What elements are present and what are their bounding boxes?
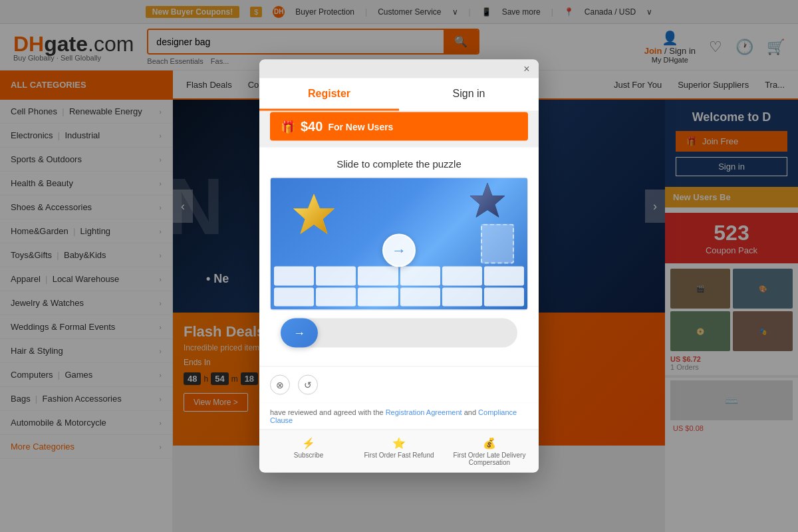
register-tab-label: Register	[308, 88, 350, 99]
refresh-puzzle-button[interactable]: ↺	[298, 375, 318, 395]
new-users-label: For New Users	[328, 121, 393, 132]
refund-icon: ⭐	[392, 437, 406, 450]
grid-cell-9	[358, 287, 398, 307]
grid-cell-12	[484, 287, 524, 307]
gift-icon: 🎁	[281, 119, 295, 134]
benefit-first-order-refund: ⭐ First Order Fast Refund	[355, 437, 443, 466]
sign-in-tab[interactable]: Sign in	[399, 78, 539, 111]
cancel-puzzle-button[interactable]: ⊗	[270, 375, 290, 395]
grid-cell-7	[274, 287, 314, 307]
grid-cell-1	[274, 267, 314, 286]
benefit-subscribe: ⚡ Subscribe	[265, 437, 352, 466]
puzzle-title: Slide to complete the puzzle	[270, 158, 528, 170]
modal: × Register Sign in 🎁 $40 For New Users S…	[259, 60, 539, 473]
grid-cell-10	[400, 287, 440, 307]
puzzle-image-container: →	[270, 178, 528, 311]
and-text: and	[464, 408, 478, 416]
puzzle-slot	[481, 224, 514, 264]
agreement-pre-text: have reviewed and agreed with the	[270, 408, 386, 416]
slider-track: →	[281, 319, 517, 348]
dark-star-decoration	[467, 182, 507, 221]
slider-arrow-icon: →	[293, 326, 305, 340]
slider-handle[interactable]: →	[281, 319, 318, 348]
agreement-text-section: have reviewed and agreed with the Regist…	[259, 403, 539, 430]
modal-close-button[interactable]: ×	[520, 63, 533, 76]
first-order-refund-label: First Order Fast Refund	[364, 452, 434, 459]
registration-agreement-link[interactable]: Registration Agreement	[386, 408, 462, 416]
refresh-icon: ↺	[304, 380, 312, 390]
puzzle-section: Slide to complete the puzzle	[259, 148, 539, 366]
grid-cell-5	[442, 267, 482, 286]
grid-cell-4	[400, 267, 440, 286]
first-order-late-label: First Order Late Delivery Compersation	[446, 452, 533, 466]
gold-star-decoration	[291, 192, 337, 238]
close-icon: ×	[523, 63, 529, 75]
grid-cell-8	[316, 287, 356, 307]
modal-browser-frame: × Register Sign in 🎁 $40 For New Users S…	[259, 60, 539, 473]
sign-in-tab-label: Sign in	[453, 88, 485, 99]
svg-marker-1	[293, 194, 334, 234]
puzzle-arrow-overlay: →	[382, 233, 416, 267]
svg-marker-3	[470, 184, 505, 217]
action-icons: ⊗ ↺	[259, 366, 539, 403]
benefits-row: ⚡ Subscribe ⭐ First Order Fast Refund 💰 …	[259, 430, 539, 473]
auth-tabs: Register Sign in	[259, 78, 539, 112]
new-users-amount: $40	[301, 119, 323, 134]
grid-cell-11	[442, 287, 482, 307]
subscribe-label: Subscribe	[294, 452, 323, 459]
late-delivery-icon: 💰	[483, 437, 496, 450]
grid-cell-6	[484, 267, 524, 286]
benefit-first-order-late: 💰 First Order Late Delivery Compersation	[446, 437, 533, 466]
register-tab[interactable]: Register	[259, 78, 399, 111]
slider-area: →	[270, 311, 528, 356]
puzzle-grid-bottom	[271, 263, 527, 310]
subscribe-icon: ⚡	[302, 437, 315, 450]
grid-cell-2	[316, 267, 356, 286]
modal-url-bar: ×	[259, 60, 539, 78]
grid-cell-3	[358, 267, 398, 286]
cancel-icon: ⊗	[276, 380, 284, 390]
new-users-banner: 🎁 $40 For New Users	[270, 112, 528, 141]
